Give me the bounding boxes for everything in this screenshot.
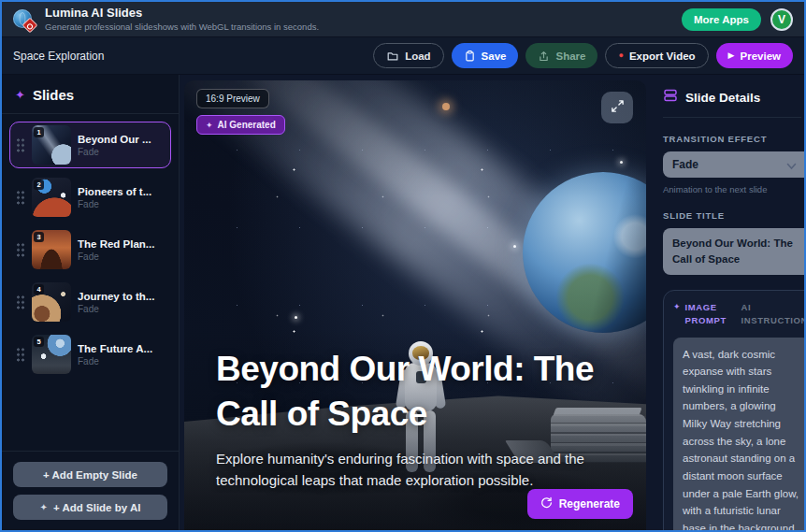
regenerate-button[interactable]: Regenerate [527, 489, 633, 519]
play-icon: ▶ [728, 51, 735, 60]
app-title-block: Lumina AI Slides Generate professional s… [45, 6, 319, 32]
slides-header: ✦ Slides [2, 75, 179, 114]
more-apps-button[interactable]: More Apps [682, 8, 761, 31]
transition-effect-select[interactable]: Fade [663, 151, 806, 178]
image-prompt-input[interactable]: A vast, dark cosmic expanse with stars t… [673, 338, 806, 532]
app-subtitle: Generate professional slideshows with We… [45, 22, 319, 33]
slide-title-input[interactable]: Beyond Our World: The Call of Space [663, 228, 806, 275]
slide-item-title: Journey to th... [78, 291, 154, 302]
star [295, 316, 297, 319]
share-icon [538, 50, 550, 63]
add-slide-by-ai-button[interactable]: ✦ + Add Slide by AI [13, 495, 167, 520]
slide-item-title: Pioneers of t... [78, 186, 151, 197]
expand-fullscreen-button[interactable] [601, 92, 633, 123]
slide-title-display: Beyond Our World: The Call of Space [216, 347, 635, 437]
slide-item-transition: Fade [78, 304, 154, 314]
slide-item-transition: Fade [78, 252, 154, 262]
slide-number-badge: 2 [34, 180, 44, 190]
slide-number-badge: 3 [34, 232, 44, 242]
drag-handle-icon[interactable] [16, 295, 25, 310]
sparkles-icon: ✦ [40, 502, 48, 512]
slide-list-item-1[interactable]: 1 Beyond Our ... Fade [9, 122, 171, 168]
share-button[interactable]: Share [525, 43, 597, 68]
details-header: Slide Details [663, 88, 801, 118]
slides-sidebar: ✦ Slides 1 Beyond Our ... Fade [2, 75, 180, 530]
slide-thumbnail: 4 [32, 282, 71, 322]
star [513, 245, 516, 248]
app-title: Lumina AI Slides [45, 6, 319, 21]
slide-title-label: SLIDE TITLE [663, 210, 804, 221]
preview-button[interactable]: ▶ Preview [716, 43, 793, 68]
slide-thumbnail: 1 [32, 125, 71, 165]
slide-item-title: The Future A... [78, 343, 152, 354]
slide-subtitle-display: Explore humanity's enduring fascination … [216, 449, 620, 491]
drag-handle-icon[interactable] [16, 190, 25, 206]
project-name: Space Exploration [13, 50, 104, 63]
refresh-icon [540, 496, 553, 511]
clipboard-icon [464, 50, 476, 63]
sparkles-icon: ✦ [15, 88, 25, 102]
slide-list-item-3[interactable]: 3 The Red Plan... Fade [9, 226, 171, 273]
slide-list-item-2[interactable]: 2 Pioneers of t... Fade [9, 174, 171, 221]
sparkles-icon: ✦ [673, 302, 681, 328]
export-video-button[interactable]: ● Export Video [605, 43, 708, 68]
slide-number-badge: 1 [34, 127, 44, 137]
sparkles-icon: ✦ [206, 121, 213, 130]
bright-star [442, 103, 450, 110]
slide-preview-canvas: 16:9 Preview ✦ AI Generated Beyond Our W… [184, 80, 646, 530]
load-button[interactable]: Load [373, 43, 443, 68]
slide-thumbnail: 5 [32, 335, 71, 374]
tab-image-prompt[interactable]: ✦ IMAGE PROMPT [673, 301, 730, 328]
record-dot-icon: ● [618, 51, 623, 60]
app-logo-icon [13, 8, 36, 31]
transition-effect-label: TRANSITION EFFECT [663, 134, 804, 144]
slide-caption: Beyond Our World: The Call of Space Expl… [216, 347, 635, 491]
add-empty-slide-button[interactable]: + Add Empty Slide [13, 462, 167, 487]
slide-details-panel: Slide Details TRANSITION EFFECT Fade Ani… [652, 75, 804, 530]
project-toolbar: Space Exploration Load Save Share ● Expo… [2, 37, 804, 75]
star [620, 161, 623, 164]
slide-item-title: The Red Plan... [78, 238, 154, 250]
app-window: Lumina AI Slides Generate professional s… [0, 0, 806, 532]
slide-number-badge: 4 [34, 284, 44, 295]
details-title: Slide Details [685, 91, 760, 105]
slide-thumbnail: 2 [32, 178, 71, 217]
slide-item-transition: Fade [78, 199, 151, 209]
load-icon [386, 50, 399, 63]
slide-item-title: Beyond Our ... [78, 134, 151, 145]
drag-handle-icon[interactable] [16, 347, 25, 363]
app-header: Lumina AI Slides Generate professional s… [2, 2, 804, 37]
drag-handle-icon[interactable] [16, 242, 25, 258]
aspect-ratio-badge: 16:9 Preview [196, 89, 269, 108]
slide-item-transition: Fade [78, 147, 151, 157]
tab-ai-instructions[interactable]: AI INSTRUCTIONS [741, 301, 806, 328]
expand-icon [611, 99, 625, 116]
slides-title: Slides [33, 87, 74, 103]
chevron-down-icon [786, 160, 797, 173]
drag-handle-icon[interactable] [16, 137, 25, 153]
slide-details-icon [663, 88, 678, 107]
transition-help-text: Animation to the next slide [663, 184, 804, 194]
slide-list: 1 Beyond Our ... Fade 2 Pioneers of t...… [2, 114, 179, 451]
sidebar-footer: + Add Empty Slide ✦ + Add Slide by AI [2, 451, 179, 530]
image-prompt-card: ✦ IMAGE PROMPT AI INSTRUCTIONS A vast, d… [663, 290, 806, 532]
slide-number-badge: 5 [34, 337, 44, 347]
avatar[interactable]: V [770, 8, 793, 31]
slide-item-transition: Fade [78, 356, 152, 367]
ai-generated-badge: ✦ AI Generated [196, 115, 285, 135]
save-button[interactable]: Save [452, 43, 519, 68]
slide-list-item-5[interactable]: 5 The Future A... Fade [9, 331, 171, 378]
slide-list-item-4[interactable]: 4 Journey to th... Fade [9, 279, 171, 325]
slide-thumbnail: 3 [32, 230, 71, 269]
prompt-tabs: ✦ IMAGE PROMPT AI INSTRUCTIONS [673, 301, 806, 328]
